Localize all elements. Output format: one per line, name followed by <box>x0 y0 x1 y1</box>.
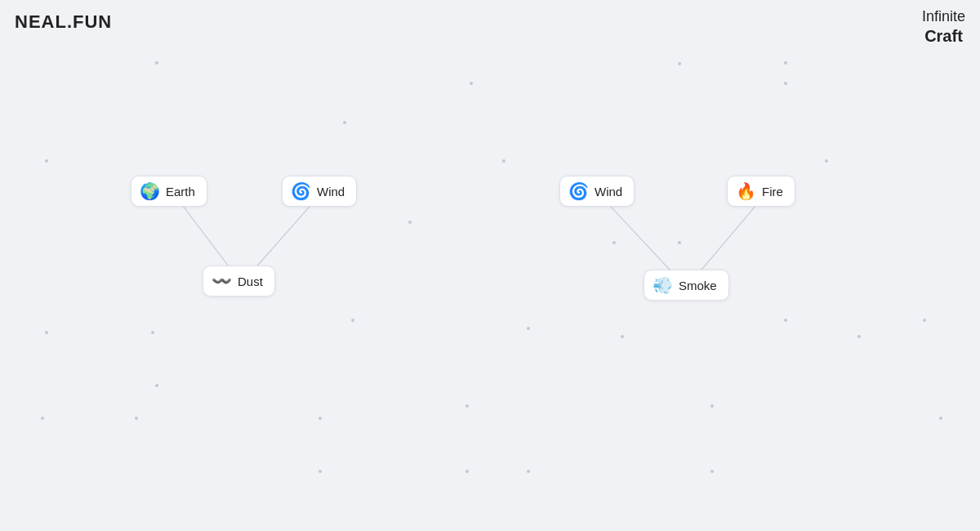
background-dot <box>502 159 506 163</box>
background-dot <box>710 470 714 473</box>
element-card-dust1[interactable]: 〰️Dust <box>203 266 275 297</box>
element-card-wind2[interactable]: 🌀Wind <box>559 176 635 207</box>
background-dot <box>351 319 354 322</box>
background-dot <box>710 404 714 408</box>
wind1-icon: 🌀 <box>291 183 311 199</box>
background-dot <box>135 417 138 420</box>
background-dot <box>678 62 681 65</box>
background-dot <box>155 61 158 65</box>
background-dot <box>466 404 469 408</box>
background-dot <box>318 470 322 473</box>
background-dot <box>678 241 681 244</box>
earth1-icon: 🌍 <box>140 183 160 199</box>
dust1-icon: 〰️ <box>212 273 232 289</box>
background-dot <box>784 319 787 322</box>
element-card-earth1[interactable]: 🌍Earth <box>131 176 207 207</box>
neal-logo: NEAL.FUN <box>15 11 112 33</box>
background-dot <box>923 319 926 322</box>
background-dot <box>466 470 469 473</box>
background-dot <box>858 335 861 338</box>
element-card-smoke1[interactable]: 💨Smoke <box>644 270 729 301</box>
fire1-icon: 🔥 <box>736 183 756 199</box>
background-dot <box>784 61 787 65</box>
connections-canvas <box>0 0 980 531</box>
wind2-label: Wind <box>595 185 622 199</box>
background-dot <box>151 331 154 334</box>
infinite-craft-logo: Infinite Craft <box>922 8 965 46</box>
background-dot <box>470 82 473 85</box>
earth1-label: Earth <box>166 185 195 199</box>
background-dot <box>527 470 530 473</box>
element-card-wind1[interactable]: 🌀Wind <box>282 176 357 207</box>
background-dot <box>343 121 346 124</box>
background-dot <box>784 82 787 85</box>
background-dot <box>825 159 828 163</box>
background-dot <box>621 335 624 338</box>
background-dot <box>408 221 412 224</box>
background-dot <box>939 417 942 420</box>
background-dot <box>41 417 44 420</box>
wind2-icon: 🌀 <box>568 183 589 199</box>
element-card-fire1[interactable]: 🔥Fire <box>727 176 795 207</box>
background-dot <box>612 241 616 244</box>
fire1-label: Fire <box>762 185 783 199</box>
smoke1-icon: 💨 <box>653 277 673 293</box>
dust1-label: Dust <box>238 274 263 288</box>
smoke1-label: Smoke <box>679 279 717 292</box>
infinite-label: Infinite <box>922 8 965 26</box>
wind1-label: Wind <box>317 185 345 199</box>
background-dot <box>155 384 158 387</box>
background-dot <box>527 327 530 330</box>
background-dot <box>45 159 48 163</box>
craft-label: Craft <box>922 26 965 46</box>
background-dot <box>318 417 322 420</box>
background-dot <box>45 331 48 334</box>
